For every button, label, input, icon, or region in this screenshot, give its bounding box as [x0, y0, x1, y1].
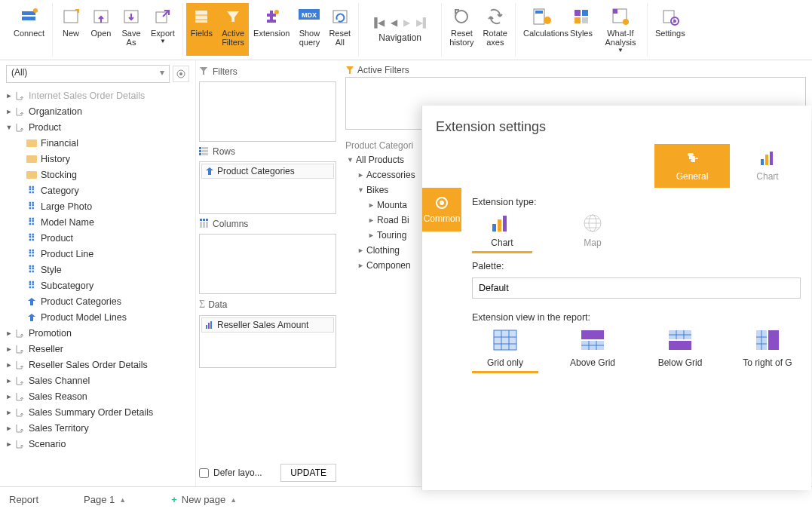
- active-filters-button[interactable]: Active Filters: [217, 3, 249, 56]
- svg-rect-89: [202, 150, 208, 152]
- svg-rect-107: [503, 216, 507, 231]
- view-grid-only[interactable]: Grid only: [472, 329, 538, 373]
- tab-chart[interactable]: Chart: [730, 144, 805, 188]
- view-above-grid[interactable]: Above Grid: [559, 329, 626, 373]
- tab-general[interactable]: General: [654, 144, 730, 188]
- page-tab[interactable]: Page 1▲: [84, 494, 126, 505]
- data-dropzone[interactable]: Reseller Sales Amount: [199, 315, 336, 368]
- open-button[interactable]: Open: [86, 3, 116, 56]
- svg-rect-13: [333, 11, 347, 23]
- tree-row[interactable]: ⠿Style: [3, 262, 192, 277]
- extension-button[interactable]: Extension: [249, 3, 294, 56]
- palette-label: Palette:: [472, 261, 801, 271]
- nav-first-icon[interactable]: ▐◀: [371, 17, 385, 28]
- tree-row[interactable]: ►Sales Territory: [3, 420, 192, 436]
- tree-row[interactable]: ⠿Product Line: [3, 246, 192, 262]
- show-query-button[interactable]: MDXShow query: [294, 3, 324, 56]
- nav-next-icon[interactable]: ▶: [403, 17, 410, 28]
- rows-icon: [199, 146, 210, 157]
- tree-row[interactable]: History: [3, 151, 192, 167]
- svg-rect-1: [22, 17, 35, 20]
- extension-view-label: Extension view in the report:: [472, 312, 801, 323]
- tree-row[interactable]: Stocking: [3, 167, 192, 182]
- fields-button[interactable]: Fields: [186, 3, 217, 56]
- nav-prev-icon[interactable]: ◀: [391, 17, 397, 28]
- tree-row[interactable]: ►Sales Summary Order Details: [3, 404, 192, 420]
- svg-rect-91: [200, 219, 202, 221]
- rows-chip[interactable]: Product Categories: [201, 164, 334, 179]
- tree-row[interactable]: Product Model Lines: [3, 309, 192, 325]
- svg-rect-86: [199, 150, 201, 152]
- rotate-axes-button[interactable]: Rotate axes: [479, 3, 512, 56]
- svg-point-104: [440, 201, 444, 205]
- svg-rect-96: [206, 222, 208, 228]
- navigation-controls: ▐◀ ◀ ▶ ▶▌: [371, 17, 429, 28]
- left-sidebar: (All)▾ ►Internet Sales Order Details►Org…: [0, 60, 196, 486]
- rows-label: Rows: [213, 146, 235, 157]
- defer-layout-checkbox[interactable]: [199, 468, 209, 478]
- reset-history-icon: [451, 6, 472, 27]
- what-if-icon: [610, 6, 631, 27]
- filters-dropzone[interactable]: [199, 81, 336, 142]
- dimension-dropdown[interactable]: (All)▾: [6, 65, 170, 83]
- filter-icon: [199, 66, 210, 77]
- view-below-grid[interactable]: Below Grid: [647, 329, 713, 373]
- ext-type-map[interactable]: Map: [562, 213, 623, 253]
- data-chip[interactable]: Reseller Sales Amount: [201, 317, 334, 333]
- tree-row[interactable]: ⠿Large Photo: [3, 198, 192, 214]
- connect-button[interactable]: Connect: [9, 3, 49, 56]
- save-as-button[interactable]: Save As: [116, 3, 146, 56]
- tree-row[interactable]: ►Scenario: [3, 436, 192, 452]
- tree-row[interactable]: Financial: [3, 135, 192, 151]
- reset-all-button[interactable]: Reset All: [324, 3, 355, 56]
- export-button[interactable]: Export▼: [146, 3, 179, 56]
- svg-rect-92: [203, 219, 205, 221]
- tree-row[interactable]: ⠿Model Name: [3, 214, 192, 230]
- open-icon: [90, 6, 112, 27]
- fields-tree[interactable]: ►Internet Sales Order Details►Organizati…: [0, 87, 195, 486]
- svg-rect-20: [575, 17, 581, 23]
- extension-icon: [261, 6, 282, 27]
- chart-icon: [758, 150, 777, 168]
- svg-rect-85: [199, 147, 201, 149]
- svg-rect-95: [203, 222, 205, 228]
- tree-row[interactable]: ►Promotion: [3, 325, 192, 341]
- tree-row[interactable]: ►Sales Channel: [3, 373, 192, 388]
- update-button[interactable]: UPDATE: [280, 464, 336, 482]
- new-page-button[interactable]: +New page▲: [171, 494, 237, 505]
- tree-row[interactable]: ►Internet Sales Order Details: [3, 87, 192, 103]
- what-if-button[interactable]: What-If Analysis▼: [597, 3, 644, 56]
- tree-row[interactable]: ►Reseller: [3, 341, 192, 357]
- tree-row[interactable]: ►Organization: [3, 103, 192, 119]
- ext-type-chart[interactable]: Chart: [472, 213, 532, 253]
- rows-dropzone[interactable]: Product Categories: [199, 161, 336, 214]
- svg-rect-133: [768, 330, 779, 350]
- save-icon: [121, 6, 142, 27]
- columns-label: Columns: [213, 219, 248, 229]
- svg-rect-105: [492, 224, 496, 231]
- tree-row[interactable]: ►Reseller Sales Order Details: [3, 357, 192, 373]
- palette-input[interactable]: [472, 277, 801, 299]
- tree-row[interactable]: ⠿Subcategory: [3, 277, 192, 293]
- tree-settings-button[interactable]: [173, 66, 189, 82]
- below-grid-icon: [667, 329, 693, 351]
- active-filters-label: Active Filters: [357, 65, 409, 75]
- side-tab-common[interactable]: Common: [422, 188, 461, 231]
- tree-row[interactable]: ▼Product: [3, 119, 192, 135]
- tree-row[interactable]: Product Categories: [3, 293, 192, 309]
- columns-icon: [199, 219, 210, 229]
- view-right-grid[interactable]: To right of G: [734, 329, 801, 373]
- calculations-button[interactable]: Calculations: [519, 3, 565, 56]
- tree-row[interactable]: ⠿Category: [3, 182, 192, 198]
- columns-dropzone[interactable]: [199, 234, 336, 294]
- settings-button[interactable]: Settings: [651, 3, 690, 56]
- report-tab[interactable]: Report: [9, 494, 38, 505]
- new-button[interactable]: New: [56, 3, 86, 56]
- reset-history-button[interactable]: Reset history: [445, 3, 478, 56]
- svg-point-2: [33, 8, 38, 13]
- fields-icon: [191, 6, 212, 27]
- tree-row[interactable]: ►Sales Reason: [3, 388, 192, 404]
- tree-row[interactable]: ⠿Product: [3, 230, 192, 246]
- styles-button[interactable]: Styles: [565, 3, 597, 56]
- nav-last-icon[interactable]: ▶▌: [416, 17, 430, 28]
